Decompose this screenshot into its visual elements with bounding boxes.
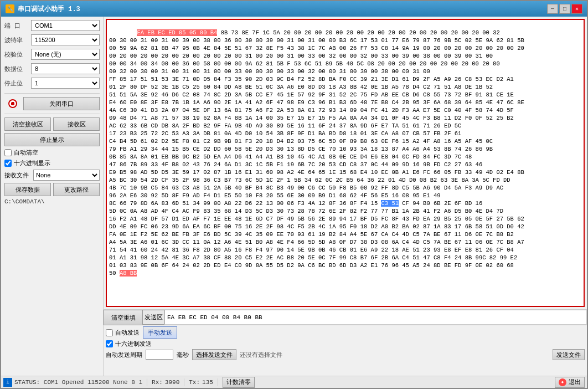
auto-send-checkbox[interactable] (106, 329, 113, 336)
databit-select[interactable]: 8 (31, 63, 100, 74)
main-window: 🔧 串口调试小助手 1.3 ─ □ ✕ 端 口 COM1 波特率 115200 (0, 0, 588, 389)
parity-label: 校验位 (4, 50, 31, 59)
baud-row: 波特率 115200 (4, 34, 100, 45)
period-input[interactable]: 1000 (146, 350, 173, 360)
rx-value: 3990 (165, 379, 179, 386)
stopbit-label: 停止位 (4, 79, 31, 88)
send-control-row: 自动发送 手动发送 (106, 326, 585, 339)
send-file-button[interactable]: 发送文件 (553, 349, 585, 360)
exit-icon: ● (559, 378, 566, 386)
radio-indicator (4, 97, 21, 110)
recv-buttons-row: 清空接收区 接收区 (4, 117, 100, 131)
ms-label: 毫秒 (177, 351, 189, 359)
clear-recv-button[interactable]: 清空接收区 (4, 117, 51, 131)
parity-select[interactable]: None (无) (31, 49, 100, 60)
baud-label: 波特率 (4, 36, 31, 44)
hex-display-row: 十六进制显示 (4, 159, 100, 167)
auto-clear-label: 自动清空 (14, 149, 38, 157)
change-path-button[interactable]: 更改路径 (53, 183, 100, 196)
stopbit-select[interactable]: 1 (31, 78, 100, 89)
stopbit-row: 停止位 1 (4, 78, 100, 89)
close-port-row: 关闭串口 (4, 97, 100, 110)
auto-period-row: 自动发送周期 1000 毫秒 选择发送文件 还没有选择文件 发送文件 (106, 349, 585, 360)
close-button[interactable]: ✕ (571, 4, 582, 14)
port-label: 端 口 (4, 22, 31, 30)
highlight-red-end: A8 BB (120, 270, 137, 277)
app-icon: 🔧 (6, 4, 14, 13)
databit-label: 数据位 (4, 65, 31, 73)
stop-display-row: 停止显示 (4, 133, 100, 146)
titlebar-left: 🔧 串口调试小助手 1.3 (6, 4, 80, 14)
hex-display-area[interactable]: EA EB EC ED 05 05 00 B4 8B 73 8E 7F 1C 5… (106, 19, 585, 307)
auto-clear-checkbox[interactable] (4, 149, 12, 156)
port-select[interactable]: COM1 (31, 20, 100, 31)
path-label: C:\COMDATA\ (4, 198, 45, 205)
right-panel: EA EB EC ED 05 05 00 B4 8B 73 8E 7F 1C 5… (104, 17, 587, 376)
titlebar: 🔧 串口调试小助手 1.3 ─ □ ✕ (1, 1, 587, 17)
select-file-button[interactable]: 选择发送文件 (192, 349, 236, 360)
radio-btn-active (8, 99, 17, 108)
status-text: STATUS: COM1 Opened 115200 None 8 1 (14, 379, 142, 386)
send-zone-label: 发送区 (142, 310, 164, 325)
baud-select[interactable]: 115200 (31, 34, 100, 45)
status-separator-3 (218, 378, 218, 386)
save-path-row: 保存数据 更改路径 (4, 183, 100, 196)
tx-value: 135 (202, 379, 213, 386)
hex-send-row: 十六进制发送 (106, 340, 585, 348)
hex-display-label: 十六进制显示 (14, 159, 50, 167)
close-port-button[interactable]: 关闭串口 (23, 97, 100, 110)
send-bottom-controls: 自动发送 手动发送 十六进制发送 自动发送周期 1000 (104, 325, 587, 361)
hex-send-checkbox[interactable] (106, 340, 113, 347)
exit-button[interactable]: ● 退出 (555, 377, 585, 388)
save-data-button[interactable]: 保存数据 (4, 183, 51, 196)
hex-send-label: 十六进制发送 (115, 340, 152, 348)
clear-resend-button[interactable]: 清空重填 (104, 310, 142, 325)
auto-send-label: 自动发送 (115, 329, 140, 337)
maximize-button[interactable]: □ (559, 4, 570, 14)
exit-label: 退出 (569, 378, 581, 386)
recv-file-select[interactable]: None (33, 170, 100, 181)
status-icon: i (3, 378, 12, 387)
auto-period-label: 自动发送周期 (106, 351, 142, 359)
send-input-display: EA EB EC ED 04 00 B4 B0 BB (164, 310, 587, 325)
highlight-blue-1: C3 51 (381, 200, 399, 207)
recv-zone-button[interactable]: 接收区 (53, 117, 100, 131)
main-content: 端 口 COM1 波特率 115200 校验位 None (无) (1, 17, 587, 376)
tx-label: Tx: (189, 379, 200, 386)
auto-clear-row: 自动清空 (4, 149, 100, 157)
send-area: 清空重填 发送区 EA EB EC ED 04 00 B4 B0 BB 自动发送 (104, 309, 587, 376)
highlight-red-start: EA EB EC ED 05 05 00 B4 (137, 29, 217, 36)
hex-display-checkbox[interactable] (4, 160, 12, 167)
no-file-label: 还没有选择文件 (240, 351, 549, 359)
hex-send-checkbox-row: 十六进制发送 (106, 340, 152, 348)
titlebar-buttons: ─ □ ✕ (547, 4, 582, 14)
rx-label: Rx: (152, 379, 163, 386)
divider-2 (4, 114, 100, 114)
stop-display-button[interactable]: 停止显示 (4, 133, 100, 146)
send-top-row: 清空重填 发送区 EA EB EC ED 04 00 B4 B0 BB (104, 310, 587, 325)
parity-row: 校验位 None (无) (4, 49, 100, 60)
statusbar: i STATUS: COM1 Opened 115200 None 8 1 Rx… (1, 376, 587, 388)
manual-send-button[interactable]: 手动发送 (143, 326, 177, 339)
path-display: C:\COMDATA\ (4, 198, 100, 205)
sidebar: 端 口 COM1 波特率 115200 校验位 None (无) (1, 17, 104, 376)
status-separator-1 (147, 378, 147, 386)
port-row: 端 口 COM1 (4, 20, 100, 31)
status-separator-2 (184, 378, 184, 386)
minimize-button[interactable]: ─ (547, 4, 558, 14)
recv-file-label: 接收文件 (4, 171, 31, 180)
divider-1 (4, 93, 100, 94)
count-clear-button[interactable]: 计数清零 (223, 377, 255, 388)
app-title: 串口调试小助手 1.3 (18, 4, 80, 14)
databit-row: 数据位 8 (4, 63, 100, 74)
auto-send-row: 自动发送 (106, 329, 140, 337)
send-content-text: EA EB EC ED 04 00 B4 B0 BB (167, 314, 262, 321)
recv-file-row: 接收文件 None (4, 170, 100, 181)
